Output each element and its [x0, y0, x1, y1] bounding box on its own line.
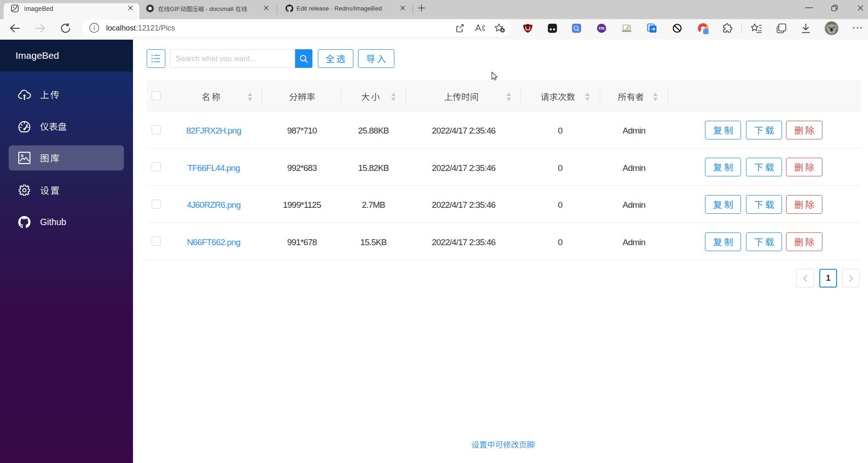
svg-text:EN: EN [599, 26, 604, 31]
